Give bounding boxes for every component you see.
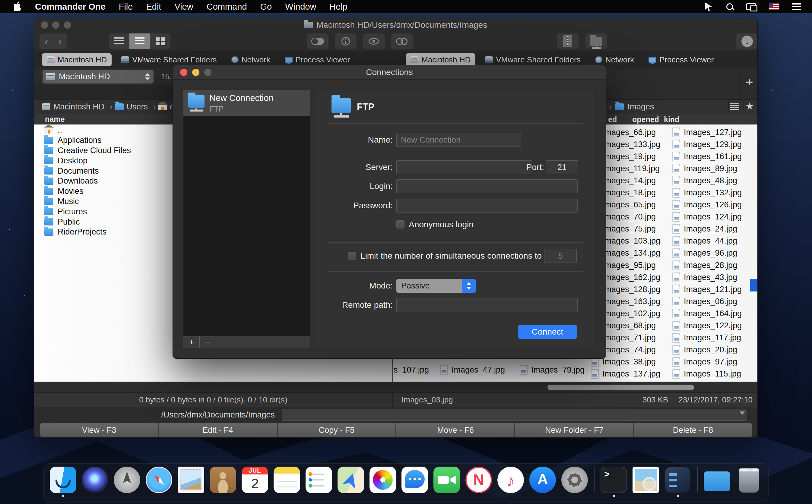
scrollbar-thumb[interactable]	[548, 385, 694, 390]
back-button[interactable]: ‹	[39, 34, 53, 48]
hidden-files-toggle-button[interactable]	[307, 33, 328, 49]
login-field[interactable]	[396, 179, 578, 193]
menu-item[interactable]: Go	[260, 2, 272, 12]
dock-app-icon[interactable]	[112, 467, 141, 498]
file-item[interactable]: Images_124.jpg	[672, 211, 753, 223]
limit-connections-field[interactable]: 5	[544, 249, 577, 263]
file-item[interactable]: Images_28.jpg	[672, 259, 753, 271]
function-key-button[interactable]: New Folder - F7	[515, 423, 633, 437]
column-header-kind[interactable]: kind	[664, 115, 679, 124]
dock-app-icon[interactable]	[631, 467, 660, 498]
connection-list-item[interactable]: New Connection FTP	[183, 90, 310, 116]
downloads-queue-button[interactable]: ↓	[736, 33, 758, 49]
column-header-created[interactable]: ed	[608, 115, 617, 124]
menu-item[interactable]: Window	[285, 2, 316, 12]
search-files-button[interactable]	[391, 33, 413, 49]
drive-selector[interactable]: Macintosh HD	[43, 70, 153, 83]
file-item[interactable]: Images_43.jpg	[672, 271, 753, 283]
menu-item[interactable]: Edit	[146, 2, 161, 12]
menu-item[interactable]: File	[119, 2, 133, 12]
file-item[interactable]: Images_137.jpg	[591, 368, 672, 380]
file-item[interactable]: Images_122.jpg	[672, 320, 753, 332]
notification-list-icon[interactable]	[792, 3, 801, 10]
forward-button[interactable]: ›	[53, 34, 67, 48]
breadcrumb-item[interactable]: d	[158, 102, 174, 112]
chevron-down-icon[interactable]	[740, 411, 745, 415]
tab[interactable]: Macintosh HD	[406, 53, 476, 66]
file-item[interactable]: Images_126.jpg	[672, 199, 753, 211]
view-options-icon[interactable]	[730, 103, 739, 110]
menu-item[interactable]: Command	[207, 2, 247, 12]
input-language-flag-icon[interactable]	[769, 3, 779, 10]
name-field[interactable]: New Connection	[396, 133, 521, 147]
file-item[interactable]: Images_20.jpg	[672, 344, 753, 356]
file-item[interactable]: Images_117.jpg	[672, 332, 753, 344]
dock-app-icon[interactable]	[663, 467, 692, 498]
dock-app-icon[interactable]	[400, 467, 429, 498]
dock-app-icon[interactable]	[81, 467, 109, 498]
network-folder-button[interactable]	[586, 33, 607, 49]
info-button[interactable]: i	[335, 33, 356, 49]
list-view-button[interactable]	[109, 33, 129, 49]
preview-button[interactable]	[363, 33, 384, 49]
pointer-icon[interactable]	[705, 2, 713, 11]
dock-app-icon[interactable]	[176, 467, 205, 498]
add-tab-button[interactable]: +	[741, 70, 757, 99]
favorites-star-icon[interactable]: ★	[745, 100, 754, 112]
dock-app-icon[interactable]	[703, 467, 731, 498]
grid-view-button[interactable]	[150, 33, 170, 49]
breadcrumb-item[interactable]: Macintosh HD	[42, 102, 113, 112]
file-item[interactable]: Images_97.jpg	[672, 356, 753, 368]
dock-app-icon[interactable]	[336, 467, 365, 498]
tab[interactable]: VMware Shared Folders	[480, 53, 585, 66]
file-item[interactable]: Images_161.jpg	[672, 150, 753, 162]
detail-view-button[interactable]	[129, 33, 150, 49]
command-line-input[interactable]	[282, 409, 747, 421]
dock-app-icon[interactable]	[368, 467, 397, 498]
dock-app-icon[interactable]	[144, 467, 173, 498]
archive-button[interactable]	[557, 33, 579, 49]
file-item[interactable]: Images_06.jpg	[672, 295, 753, 307]
function-key-button[interactable]: Copy - F5	[278, 423, 396, 437]
function-key-button[interactable]: Edit - F4	[159, 423, 277, 437]
file-item[interactable]: Images_129.jpg	[672, 138, 753, 150]
menu-item[interactable]: View	[174, 2, 193, 12]
port-field[interactable]: 21	[546, 160, 578, 174]
connect-button[interactable]: Connect	[518, 325, 577, 339]
tab[interactable]: Process Viewer	[280, 53, 355, 66]
remote-path-field[interactable]	[396, 298, 578, 312]
limit-connections-checkbox[interactable]	[348, 252, 356, 260]
dock-app-icon[interactable]	[496, 467, 525, 498]
dock-app-icon[interactable]	[464, 467, 493, 498]
file-item[interactable]: Images_164.jpg	[672, 307, 753, 320]
menu-item[interactable]: Help	[329, 2, 347, 12]
tab[interactable]: Network	[226, 53, 275, 66]
file-item[interactable]: Images_47.jpg	[440, 364, 505, 376]
function-key-button[interactable]: Delete - F8	[634, 423, 752, 437]
tab[interactable]: Process Viewer	[644, 53, 719, 66]
remove-connection-button[interactable]: −	[200, 336, 216, 348]
file-item[interactable]: Images_127.jpg	[672, 126, 753, 138]
anonymous-login-checkbox[interactable]	[396, 220, 404, 228]
displays-icon[interactable]	[746, 3, 756, 10]
column-header-opened[interactable]: opened	[632, 115, 659, 124]
file-item[interactable]: Images_121.jpg	[672, 283, 753, 295]
search-icon[interactable]	[726, 3, 733, 10]
apple-menu[interactable]	[14, 1, 22, 12]
dock-app-icon[interactable]	[272, 467, 301, 498]
dock-app-icon[interactable]	[592, 467, 596, 498]
dock-app-icon[interactable]	[528, 467, 557, 498]
file-item[interactable]: s_107.jpg	[393, 364, 429, 376]
file-item[interactable]: Images_24.jpg	[672, 223, 753, 235]
dock-app-icon[interactable]	[560, 467, 589, 498]
dock-app-icon[interactable]	[695, 467, 700, 498]
dock-app-icon[interactable]	[735, 467, 763, 498]
server-field[interactable]	[396, 160, 532, 174]
tab[interactable]: Macintosh HD	[42, 53, 112, 66]
breadcrumb-item[interactable]: Users	[115, 102, 156, 112]
password-field[interactable]	[396, 199, 578, 213]
dock-app-icon[interactable]	[208, 467, 237, 498]
dock-app-icon[interactable]	[304, 467, 333, 498]
mode-dropdown[interactable]: Passive	[396, 279, 476, 293]
add-connection-button[interactable]: +	[183, 336, 200, 348]
